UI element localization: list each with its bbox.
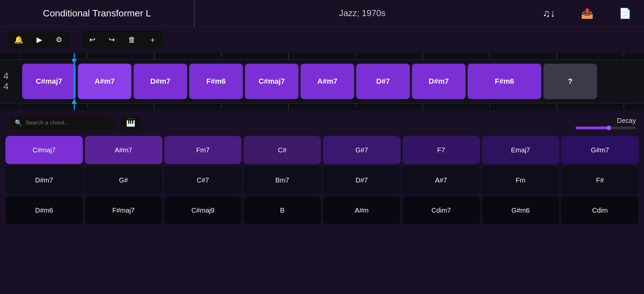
- controls-row: 🔍 🎹 Decay: [0, 110, 644, 136]
- chord-cell[interactable]: D#m6: [5, 196, 83, 224]
- chord-cell[interactable]: F#: [561, 166, 639, 194]
- time-signature: 4 4: [3, 71, 9, 92]
- header-actions: ♫↓ 📤 📄: [530, 0, 644, 26]
- timeline-chord[interactable]: F#m6: [468, 64, 541, 99]
- search-icon: 🔍: [15, 119, 22, 127]
- play-button[interactable]: ▶: [31, 33, 48, 47]
- delete-button[interactable]: 🗑: [122, 33, 142, 47]
- undo-button[interactable]: ↩: [83, 33, 101, 47]
- timeline-chord[interactable]: ?: [543, 64, 597, 99]
- new-file-button[interactable]: 📄: [613, 4, 637, 22]
- toolbar: 🔔 ▶ ⚙ ↩ ↪ 🗑 ＋: [0, 27, 644, 53]
- chord-cell[interactable]: G#: [85, 166, 162, 194]
- genre-text: Jazz; 1970s: [339, 8, 386, 18]
- timeline-chord[interactable]: A#m7: [301, 64, 354, 99]
- timeline-chord[interactable]: D#7: [356, 64, 410, 99]
- timeline: 4 4 C#maj7A#m7D#m7F#m6C#maj7A#m7D#7D#m7F…: [0, 53, 644, 110]
- toolbar-group-1: 🔔 ▶ ⚙: [7, 31, 70, 48]
- chord-cell[interactable]: A#7: [402, 166, 480, 194]
- time-sig-bottom: 4: [3, 81, 9, 92]
- import-music-button[interactable]: ♫↓: [537, 4, 561, 22]
- chord-cell[interactable]: A#m: [323, 196, 400, 224]
- search-input[interactable]: [25, 120, 109, 126]
- chord-cell[interactable]: D#7: [323, 166, 400, 194]
- timeline-chord[interactable]: D#m7: [133, 64, 187, 99]
- time-sig-top: 4: [3, 71, 9, 81]
- chord-cell[interactable]: Emaj7: [482, 136, 559, 164]
- timeline-chord[interactable]: F#m6: [189, 64, 243, 99]
- playhead[interactable]: [74, 53, 75, 110]
- decay-fill: [576, 127, 609, 129]
- chord-cell[interactable]: G#m6: [482, 196, 559, 224]
- chord-cell[interactable]: C#maj7: [5, 136, 83, 164]
- chord-cell[interactable]: G#m7: [561, 136, 639, 164]
- app-title: Conditional Transformer L: [0, 0, 195, 26]
- chord-cell[interactable]: Fm: [482, 166, 559, 194]
- decay-label: Decay: [617, 117, 636, 125]
- timeline-chord[interactable]: C#maj7: [22, 64, 76, 99]
- ruler-bottom: [0, 103, 644, 110]
- genre-display: Jazz; 1970s: [195, 0, 530, 26]
- chord-cell[interactable]: B: [244, 196, 321, 224]
- timeline-chord[interactable]: D#m7: [412, 64, 466, 99]
- chord-cell[interactable]: Cdim7: [402, 196, 480, 224]
- settings-button[interactable]: ⚙: [50, 33, 68, 47]
- bell-button[interactable]: 🔔: [8, 33, 29, 47]
- header: Conditional Transformer L Jazz; 1970s ♫↓…: [0, 0, 644, 27]
- chord-cell[interactable]: F#maj7: [85, 196, 162, 224]
- title-text: Conditional Transformer L: [43, 8, 151, 19]
- decay-container: Decay: [576, 117, 636, 129]
- add-button[interactable]: ＋: [143, 32, 162, 48]
- chord-grid-row-0: C#maj7A#m7Fm7C#G#7F7Emaj7G#m7: [5, 136, 639, 164]
- timeline-chord-row: C#maj7A#m7D#m7F#m6C#maj7A#m7D#7D#m7F#m6?: [20, 60, 644, 103]
- chord-grid-row-2: D#m6F#maj7C#maj9BA#mCdim7G#m6Cdim: [5, 196, 639, 224]
- piano-button[interactable]: 🎹: [121, 115, 141, 131]
- redo-button[interactable]: ↪: [103, 33, 121, 47]
- chord-cell[interactable]: G#7: [323, 136, 400, 164]
- chord-cell[interactable]: C#maj9: [164, 196, 242, 224]
- chord-cell[interactable]: D#m7: [5, 166, 83, 194]
- chord-cell[interactable]: Fm7: [164, 136, 242, 164]
- export-button[interactable]: 📤: [576, 4, 599, 22]
- chord-cell[interactable]: Cdim: [561, 196, 639, 224]
- chord-cell[interactable]: Bm7: [244, 166, 321, 194]
- timeline-chord[interactable]: C#maj7: [245, 64, 299, 99]
- chord-grid-row-1: D#m7G#C#7Bm7D#7A#7FmF#: [5, 166, 639, 194]
- search-box: 🔍: [8, 116, 115, 130]
- chord-cell[interactable]: F7: [402, 136, 480, 164]
- ruler-top: [0, 53, 644, 60]
- chord-cell[interactable]: A#m7: [85, 136, 162, 164]
- toolbar-group-2: ↩ ↪ 🗑 ＋: [82, 31, 164, 49]
- chord-cell[interactable]: C#: [244, 136, 321, 164]
- decay-slider[interactable]: [576, 127, 636, 129]
- decay-thumb[interactable]: [606, 126, 611, 130]
- timeline-chord[interactable]: A#m7: [78, 64, 131, 99]
- chord-grid-section: C#maj7A#m7Fm7C#G#7F7Emaj7G#m7D#m7G#C#7Bm…: [0, 136, 644, 228]
- chord-cell[interactable]: C#7: [164, 166, 242, 194]
